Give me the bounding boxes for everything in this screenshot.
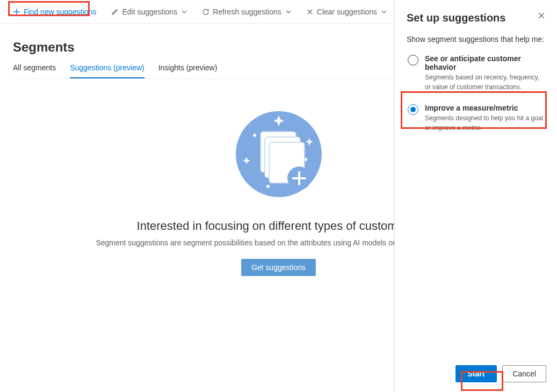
panel-footer: Start Cancel [395, 358, 557, 392]
option-title: Improve a measure/metric [425, 104, 544, 112]
refresh-suggestions-label: Refresh suggestions [213, 8, 281, 16]
clear-suggestions-label: Clear suggestions [317, 8, 377, 16]
panel-lead: Show segment suggestions that help me: [407, 35, 545, 43]
get-suggestions-button[interactable]: Get suggestions [241, 259, 316, 276]
find-new-suggestions-label: Find new suggestions [24, 8, 96, 16]
svg-point-3 [266, 185, 270, 188]
sparkle-illustration-icon [230, 106, 327, 202]
start-button[interactable]: Start [455, 365, 497, 382]
panel-title: Set up suggestions [407, 12, 505, 24]
refresh-suggestions-button[interactable]: Refresh suggestions [199, 3, 294, 20]
option-text: Improve a measure/metric Segments design… [425, 104, 544, 133]
cancel-button[interactable]: Cancel [502, 365, 546, 382]
option-title: See or anticipate customer behavior [425, 54, 544, 71]
panel-body: Show segment suggestions that help me: S… [395, 35, 557, 358]
option-desc: Segments designed to help you hit a goal… [425, 113, 544, 133]
tab-suggestions[interactable]: Suggestions (preview) [70, 63, 144, 78]
edit-suggestions-button[interactable]: Edit suggestions [108, 3, 190, 20]
option-improve-metric[interactable]: Improve a measure/metric Segments design… [407, 103, 545, 134]
panel-close-button[interactable] [538, 12, 545, 21]
panel-header: Set up suggestions [395, 0, 557, 35]
plus-icon [13, 8, 20, 16]
close-icon [538, 12, 545, 19]
option-customer-behavior[interactable]: See or anticipate customer behavior Segm… [407, 53, 545, 93]
chevron-down-icon [182, 10, 187, 13]
refresh-icon [202, 8, 209, 16]
chevron-down-icon [381, 10, 387, 13]
option-text: See or anticipate customer behavior Segm… [425, 54, 544, 92]
tab-insights[interactable]: Insights (preview) [158, 63, 218, 78]
svg-point-2 [253, 134, 256, 137]
option-desc: Segments based on recency, frequency, or… [425, 72, 544, 92]
chevron-down-icon [286, 10, 291, 13]
radio-icon [408, 55, 418, 66]
edit-suggestions-label: Edit suggestions [122, 8, 177, 16]
tab-all-segments[interactable]: All segments [13, 63, 56, 78]
setup-suggestions-panel: Set up suggestions Show segment suggesti… [394, 0, 557, 392]
clear-icon [306, 8, 314, 16]
clear-suggestions-button[interactable]: Clear suggestions [303, 3, 390, 20]
find-new-suggestions-button[interactable]: Find new suggestions [10, 3, 99, 20]
pencil-icon [111, 8, 119, 16]
radio-icon [408, 104, 418, 115]
